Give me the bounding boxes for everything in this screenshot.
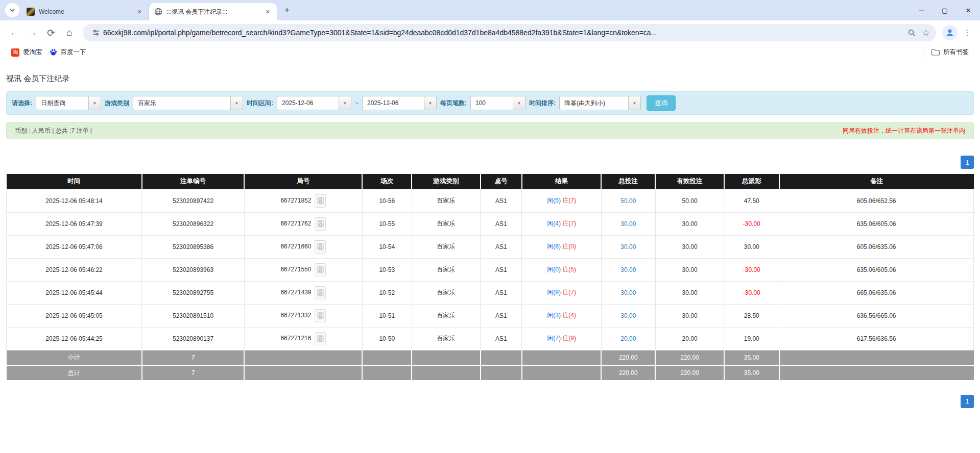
payout-cell: 28.50 <box>724 304 779 327</box>
video-replay-icon[interactable] <box>315 332 326 345</box>
close-icon[interactable]: ✕ <box>264 8 272 16</box>
bookmark-label: 爱淘宝 <box>23 48 42 57</box>
tab-bet-records[interactable]: :::视讯 会员下注纪录::: ✕ <box>149 3 277 20</box>
total-bet-cell: 30.00 <box>601 212 655 235</box>
time-cell: 2025-12-06 05:46:22 <box>7 258 142 281</box>
total-bet-cell: 30.00 <box>601 281 655 304</box>
table-header-cell: 场次 <box>362 174 412 189</box>
url-text[interactable]: 66cxkj98.com/ipl/portal.php/game/betreco… <box>103 29 904 37</box>
address-bar[interactable]: 66cxkj98.com/ipl/portal.php/game/betreco… <box>83 24 936 41</box>
browser-window: Welcome ✕ :::视讯 会员下注纪录::: ✕ + ─ ▢ ✕ ← → … <box>0 0 980 60</box>
bet-number-cell: 523020893963 <box>142 258 245 281</box>
bookmark-baidu[interactable]: 百度一下 <box>50 48 86 57</box>
result-banker: 庄(7) <box>562 197 576 204</box>
table-row: 2025-12-06 05:45:44523020892755667271439… <box>7 281 974 304</box>
video-replay-icon[interactable] <box>315 263 326 276</box>
total-bet-link[interactable]: 20.00 <box>620 335 636 342</box>
total-bet-link[interactable]: 30.00 <box>620 312 636 319</box>
tab-title: Welcome <box>39 8 131 15</box>
result-banker: 庄(4) <box>562 312 576 319</box>
result-cell <box>522 365 601 381</box>
payout-cell: 35.00 <box>724 365 779 381</box>
game-type-cell <box>412 350 480 365</box>
session-cell: 10-50 <box>362 327 412 350</box>
browser-toolbar: ← → ⟳ ⌂ 66cxkj98.com/ipl/portal.php/game… <box>0 20 980 45</box>
home-button[interactable]: ⌂ <box>60 23 79 42</box>
result-banker: 庄(9) <box>562 335 576 342</box>
page-number-button[interactable]: 1 <box>961 395 974 408</box>
all-bookmarks-button[interactable]: 所有书签 <box>924 47 976 58</box>
close-window-button[interactable]: ✕ <box>957 0 980 20</box>
table-number-cell: AS1 <box>481 212 522 235</box>
zoom-icon[interactable] <box>904 26 919 40</box>
bookmark-star-icon[interactable]: ☆ <box>919 26 933 40</box>
menu-kebab-icon[interactable]: ⋮ <box>960 25 975 40</box>
round-number-cell <box>244 350 362 365</box>
total-bet-link[interactable]: 30.00 <box>620 266 636 273</box>
time-cell: 2025-12-06 05:44:25 <box>7 327 142 350</box>
maximize-button[interactable]: ▢ <box>933 0 957 20</box>
video-replay-icon[interactable] <box>315 194 326 208</box>
total-bet-cell: 30.00 <box>601 258 655 281</box>
total-bet-cell: 30.00 <box>601 235 655 258</box>
bet-number-cell: 523020892755 <box>142 281 245 304</box>
result-banker: 庄(7) <box>562 289 576 296</box>
round-number-text: 667271852 <box>280 197 311 204</box>
table-header-cell: 有效投注 <box>655 174 724 189</box>
total-bet-link[interactable]: 50.00 <box>620 197 636 205</box>
back-button[interactable]: ← <box>5 23 23 42</box>
table-header-cell: 时间 <box>7 174 142 189</box>
query-type-select[interactable]: 日期查询 ▼ <box>36 96 101 110</box>
game-type-cell: 百家乐 <box>412 235 480 258</box>
video-replay-icon[interactable] <box>315 217 326 231</box>
sort-order-select[interactable]: 降幂(由大到小) ▼ <box>559 96 641 110</box>
table-header-row: 时间注单编号局号场次游戏类别桌号结果总投注有效投注总派彩备注 <box>7 174 974 189</box>
reload-button[interactable]: ⟳ <box>42 23 60 42</box>
tab-welcome[interactable]: Welcome ✕ <box>21 3 149 20</box>
total-bet-link[interactable]: 30.00 <box>620 220 636 228</box>
search-button[interactable]: 查询 <box>647 95 676 111</box>
round-number-cell: 667271660 <box>244 235 362 258</box>
profile-avatar[interactable] <box>942 25 958 40</box>
round-number-cell: 667271852 <box>244 189 362 212</box>
total-bet-link[interactable]: 30.00 <box>620 243 636 250</box>
table-number-cell: AS1 <box>481 189 522 212</box>
page-size-select[interactable]: 100 ▼ <box>470 96 525 110</box>
date-to-select[interactable]: 2025-12-06 ▼ <box>362 96 437 110</box>
page-number-button[interactable]: 1 <box>961 156 974 169</box>
bookmark-aitaobao[interactable]: 淘 爱淘宝 <box>11 48 42 57</box>
total-bet-link[interactable]: 30.00 <box>620 289 636 296</box>
minimize-button[interactable]: ─ <box>910 0 933 20</box>
game-type-select[interactable]: 百家乐 ▼ <box>133 96 243 110</box>
payout-cell: 35.00 <box>724 350 779 365</box>
remark-cell <box>779 365 974 381</box>
video-replay-icon[interactable] <box>315 240 326 254</box>
close-icon[interactable]: ✕ <box>135 8 144 16</box>
site-settings-icon[interactable] <box>89 26 103 40</box>
result-cell <box>522 350 601 365</box>
date-from-select[interactable]: 2025-12-06 ▼ <box>277 96 351 110</box>
new-tab-button[interactable]: + <box>280 3 294 17</box>
total-bet-cell: 50.00 <box>601 189 655 212</box>
payout-cell: 19.00 <box>724 327 779 350</box>
all-bookmarks-label: 所有书签 <box>943 48 969 57</box>
summary-count-cell: 7 <box>142 365 245 381</box>
date-to-value: 2025-12-06 <box>363 96 424 110</box>
page-title: 视讯 会员下注纪录 <box>6 74 974 84</box>
table-body: 2025-12-06 05:48:14523020897422667271852… <box>7 189 974 350</box>
round-number-cell: 667271762 <box>244 212 362 235</box>
table-number-cell <box>481 350 522 365</box>
result-player: 闲(0) <box>547 266 561 273</box>
subtotal-row: 小计7220.00220.0035.00 <box>7 350 974 365</box>
tab-search-button[interactable] <box>5 3 19 17</box>
forward-button[interactable]: → <box>23 23 42 42</box>
video-replay-icon[interactable] <box>315 309 326 322</box>
total-bet-cell: 220.00 <box>601 365 655 381</box>
globe-icon <box>154 8 162 16</box>
bet-number-cell: 523020895386 <box>142 235 245 258</box>
result-player: 闲(5) <box>547 197 561 204</box>
taobao-favicon-icon: 淘 <box>11 48 19 57</box>
chevron-down-icon: ▼ <box>513 96 525 110</box>
tab-title: :::视讯 会员下注纪录::: <box>166 8 259 16</box>
video-replay-icon[interactable] <box>315 286 326 299</box>
